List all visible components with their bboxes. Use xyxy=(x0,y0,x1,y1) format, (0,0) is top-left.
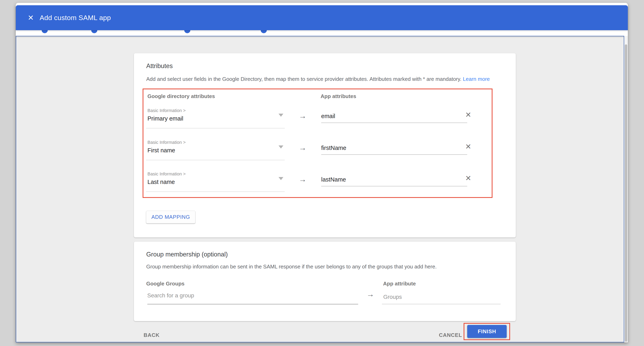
attributes-card-description: Add and select user fields in the Google… xyxy=(146,76,490,82)
mapping-row: Basic Information > First name → ✕ xyxy=(134,140,516,168)
mapping-row: Basic Information > Primary email → ✕ xyxy=(134,108,516,136)
directory-field-select[interactable]: Last name xyxy=(148,179,175,185)
directory-category-label: Basic Information > xyxy=(148,140,186,145)
app-attribute-underline xyxy=(321,186,467,186)
directory-category-label: Basic Information > xyxy=(148,108,186,113)
scrollbar[interactable] xyxy=(624,36,628,342)
group-search-input[interactable] xyxy=(147,292,350,299)
app-attribute-input[interactable] xyxy=(321,113,463,119)
google-groups-label: Google Groups xyxy=(146,281,184,287)
app-attributes-column-header: App attributes xyxy=(320,93,356,99)
group-card-description: Group membership information can be sent… xyxy=(146,264,437,270)
dialog-body: Attributes Add and select user fields in… xyxy=(16,36,624,342)
arrow-right-icon: → xyxy=(366,290,374,299)
finish-button[interactable]: FINISH xyxy=(467,325,507,338)
finish-annotation-box: FINISH xyxy=(464,323,510,340)
group-membership-card: Group membership (optional) Group member… xyxy=(134,242,516,321)
app-attribute-underline xyxy=(321,123,467,123)
chevron-down-icon[interactable] xyxy=(278,145,283,148)
arrow-right-icon: → xyxy=(299,143,306,152)
dialog-title: Add custom SAML app xyxy=(40,14,111,22)
groups-app-attribute-underline xyxy=(382,304,500,304)
attributes-card-title: Attributes xyxy=(146,62,173,70)
back-button[interactable]: BACK xyxy=(144,332,160,338)
close-icon[interactable]: ✕ xyxy=(26,13,36,23)
directory-field-select[interactable]: First name xyxy=(148,147,175,154)
remove-mapping-icon[interactable]: ✕ xyxy=(465,111,471,119)
app-attribute-label: App attribute xyxy=(383,281,416,287)
chevron-down-icon[interactable] xyxy=(278,177,283,180)
attributes-description-text: Add and select user fields in the Google… xyxy=(146,76,463,82)
remove-mapping-icon[interactable]: ✕ xyxy=(465,143,471,151)
groups-app-attribute-input[interactable] xyxy=(383,294,496,300)
directory-category-label: Basic Information > xyxy=(148,171,186,177)
app-attribute-input[interactable] xyxy=(321,176,463,183)
app-attribute-underline xyxy=(321,154,467,155)
arrow-right-icon: → xyxy=(299,112,306,120)
app-attribute-input[interactable] xyxy=(321,145,463,151)
directory-field-underline xyxy=(146,192,285,192)
add-saml-app-dialog: ✕ Add custom SAML app Attributes Add and… xyxy=(16,3,628,342)
mapping-row: Basic Information > Last name → ✕ xyxy=(134,171,516,200)
cancel-button[interactable]: CANCEL xyxy=(439,332,462,338)
attributes-card: Attributes Add and select user fields in… xyxy=(134,53,516,237)
directory-field-underline xyxy=(146,128,285,128)
dialog-header: ✕ Add custom SAML app xyxy=(16,5,628,30)
directory-field-underline xyxy=(146,160,285,160)
group-card-title: Group membership (optional) xyxy=(146,251,228,258)
directory-attributes-column-header: Google directory attributes xyxy=(148,93,215,99)
add-mapping-button[interactable]: ADD MAPPING xyxy=(146,211,196,223)
chevron-down-icon[interactable] xyxy=(278,114,283,117)
scrollbar-thumb[interactable] xyxy=(625,44,627,342)
remove-mapping-icon[interactable]: ✕ xyxy=(465,174,471,182)
arrow-right-icon: → xyxy=(299,175,306,184)
learn-more-link[interactable]: Learn more xyxy=(463,76,490,82)
group-search-underline xyxy=(147,304,358,304)
directory-field-select[interactable]: Primary email xyxy=(148,115,183,122)
